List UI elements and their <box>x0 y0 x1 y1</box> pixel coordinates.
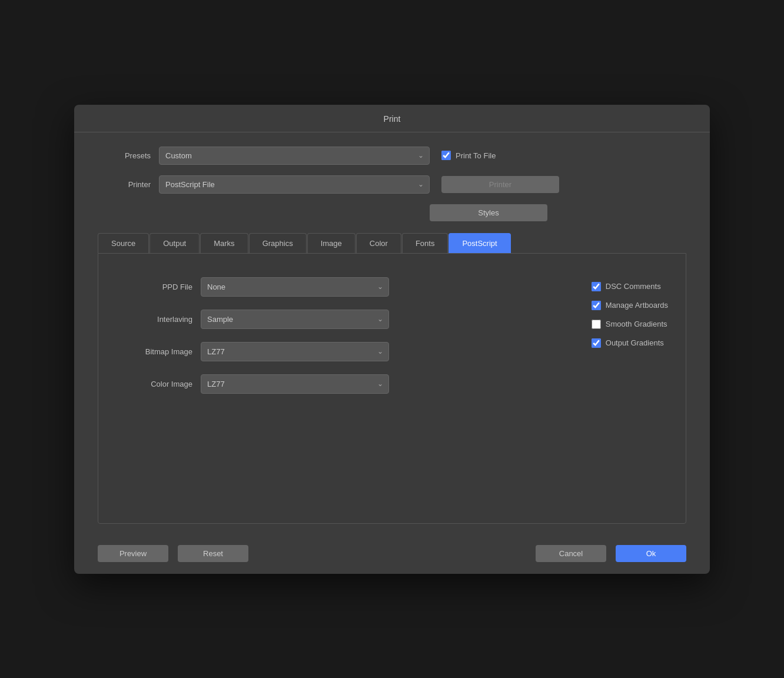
tab-color[interactable]: Color <box>356 233 401 253</box>
dialog-footer: Preview Reset Cancel Ok <box>74 536 710 574</box>
manage-artboards-checkbox[interactable] <box>592 301 601 310</box>
printer-button[interactable]: Printer <box>441 176 559 193</box>
presets-label: Presets <box>98 151 151 160</box>
smooth-gradients-wrapper: Smooth Gradients <box>592 320 668 329</box>
styles-button[interactable]: Styles <box>430 204 547 221</box>
bitmap-image-select[interactable]: LZ77 None JPEG <box>201 342 389 361</box>
ppd-file-label: PPD File <box>116 282 192 291</box>
tab-image[interactable]: Image <box>307 233 356 253</box>
ppd-file-select[interactable]: None Generic <box>201 277 389 297</box>
interlaving-select-wrapper: Sample Line Block ⌄ <box>201 310 389 329</box>
manage-artboards-wrapper: Manage Artboards <box>592 301 668 310</box>
tabs-section: Source Output Marks Graphics Image Color… <box>98 233 686 524</box>
color-image-select[interactable]: LZ77 None JPEG <box>201 374 389 394</box>
print-to-file-wrapper: Print To File <box>441 151 496 160</box>
dsc-comments-checkbox[interactable] <box>592 282 601 291</box>
printer-select[interactable]: PostScript File Default Printer <box>159 175 430 194</box>
ok-button[interactable]: Ok <box>616 545 686 562</box>
interlaving-select[interactable]: Sample Line Block <box>201 310 389 329</box>
reset-button[interactable]: Reset <box>178 545 248 562</box>
output-gradients-wrapper: Output Gradients <box>592 338 668 348</box>
printer-label: Printer <box>98 180 151 189</box>
dsc-comments-wrapper: DSC Comments <box>592 282 668 291</box>
tab-bar: Source Output Marks Graphics Image Color… <box>98 233 686 253</box>
dsc-comments-label: DSC Comments <box>606 282 661 291</box>
cancel-button[interactable]: Cancel <box>536 545 606 562</box>
tab-graphics[interactable]: Graphics <box>249 233 307 253</box>
interlaving-label: Interlaving <box>116 315 192 324</box>
right-checkboxes: DSC Comments Manage Artboards Smooth Gra… <box>592 282 668 348</box>
presets-select-wrapper: Custom Default ⌄ <box>159 147 430 165</box>
tab-content-postscript: PPD File None Generic ⌄ Interl <box>98 253 686 524</box>
smooth-gradients-label: Smooth Gradients <box>606 320 667 328</box>
print-to-file-label: Print To File <box>456 151 496 160</box>
tab-fonts[interactable]: Fonts <box>402 233 449 253</box>
color-image-label: Color Image <box>116 380 192 388</box>
tab-postscript[interactable]: PostScript <box>449 233 510 253</box>
bitmap-image-select-wrapper: LZ77 None JPEG ⌄ <box>201 342 389 361</box>
color-image-select-wrapper: LZ77 None JPEG ⌄ <box>201 374 389 394</box>
left-fields: PPD File None Generic ⌄ Interl <box>116 277 544 407</box>
print-dialog: Print Presets Custom Default ⌄ Print To … <box>74 105 710 574</box>
printer-select-wrapper: PostScript File Default Printer ⌄ <box>159 175 430 194</box>
output-gradients-label: Output Gradients <box>606 338 664 347</box>
print-to-file-checkbox[interactable] <box>441 151 451 160</box>
presets-select[interactable]: Custom Default <box>159 147 430 165</box>
dialog-title: Print <box>74 105 710 132</box>
smooth-gradients-checkbox[interactable] <box>592 320 601 329</box>
ppd-file-select-wrapper: None Generic ⌄ <box>201 277 389 297</box>
tab-output[interactable]: Output <box>150 233 200 253</box>
preview-button[interactable]: Preview <box>98 545 168 562</box>
tab-source[interactable]: Source <box>98 233 149 253</box>
bitmap-image-label: Bitmap Image <box>116 347 192 356</box>
tab-marks[interactable]: Marks <box>200 233 248 253</box>
output-gradients-checkbox[interactable] <box>592 338 601 348</box>
manage-artboards-label: Manage Artboards <box>606 301 668 310</box>
